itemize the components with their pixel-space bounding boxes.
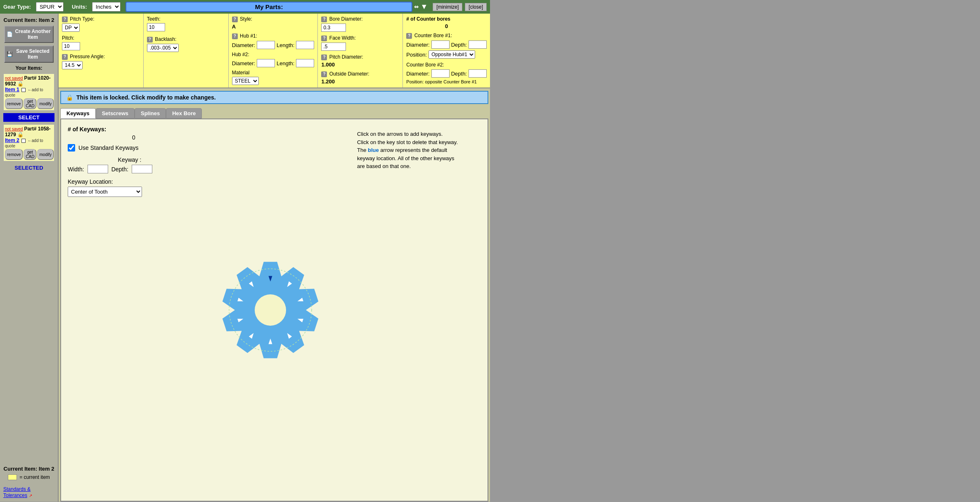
my-parts-dropdown-icon[interactable]: ▼	[420, 2, 428, 11]
tab-splines[interactable]: Splines	[135, 108, 166, 118]
bore-diam-label: ? Bore Diameter:	[321, 16, 399, 22]
cb2-diam-input[interactable]	[431, 69, 450, 78]
my-parts-label: My Parts:	[125, 2, 413, 12]
units-select[interactable]: Inches	[92, 2, 121, 12]
item1-actions: remove get CAD modify	[5, 98, 53, 109]
use-standard-label: Use Standard Keyways	[78, 144, 139, 151]
instructions-panel: Click on the arrows to add keyways. Clic…	[357, 126, 481, 494]
tab-setscrews[interactable]: Setscrews	[96, 108, 135, 118]
item1-select-bar[interactable]: SELECT	[3, 113, 54, 122]
item2-checkbox[interactable]	[21, 139, 26, 143]
style-help-icon[interactable]: ?	[232, 17, 238, 22]
instruction-line1: Click on the arrows to add keyways.	[357, 131, 443, 137]
cb1-pos-row: Position: Opposite Hub#1	[406, 50, 487, 59]
cb1-row: Diameter: Depth:	[406, 40, 487, 49]
create-another-button[interactable]: 📄 Create Another Item	[4, 26, 54, 43]
backlash-help-icon[interactable]: ?	[147, 37, 153, 43]
item1-not-saved: not saved Part# 1020-9932 🔒	[5, 75, 53, 87]
item2-line2: Item 2 ←add to quote	[5, 137, 53, 148]
save-selected-button[interactable]: 💾 Save Selected Item	[4, 45, 54, 63]
tab-keyways[interactable]: Keyways	[60, 108, 96, 118]
counter-bores-label: # of Counter bores	[406, 16, 487, 22]
pitch-diam-help-icon[interactable]: ?	[321, 54, 327, 60]
num-keyways-value: 0	[84, 134, 183, 141]
cb1-pos-select[interactable]: Opposite Hub#1	[428, 50, 475, 59]
item1-lock-icon: 🔒	[17, 81, 24, 87]
depth-label: Depth:	[111, 166, 128, 173]
cb1-depth-input[interactable]	[469, 40, 487, 49]
pressure-angle-select[interactable]: 14.5	[62, 61, 83, 69]
face-width-input[interactable]	[321, 43, 346, 51]
legend-color-swatch	[8, 474, 17, 480]
backlash-select[interactable]: .003-.005	[147, 44, 179, 52]
legend-label: = current item	[19, 474, 50, 480]
my-parts-arrow-icon[interactable]: ⇔	[414, 4, 419, 10]
standards-link[interactable]: Standards & Tolerances	[3, 486, 31, 498]
pressure-angle-label: ? Pressure Angle:	[62, 54, 140, 60]
pitch-type-label: ? Pitch Type:	[62, 16, 140, 22]
instruction-line3pre: The	[357, 147, 368, 153]
close-button[interactable]: [close]	[465, 3, 487, 11]
item1-checkbox[interactable]	[21, 88, 26, 92]
hub1-help-icon[interactable]: ?	[232, 33, 238, 39]
hub2-len-input[interactable]	[296, 59, 314, 67]
tab-hexbore[interactable]: Hex Bore	[166, 108, 202, 118]
content-area: ? Pitch Type: DP Pitch: ? Pressure Angle…	[59, 14, 490, 502]
outside-diam-label: ? Outside Diameter:	[321, 71, 399, 77]
minimize-button[interactable]: [minimize]	[433, 3, 462, 11]
tabs-row: Keyways Setscrews Splines Hex Bore	[60, 108, 488, 118]
item1-modify-button[interactable]: modify	[37, 98, 53, 109]
use-standard-row: Use Standard Keyways	[68, 144, 183, 152]
item2-label[interactable]: Item 2	[5, 137, 19, 143]
item-1-entry: not saved Part# 1020-9932 🔒 Item 1 ←add …	[3, 73, 54, 111]
keyway-location-select[interactable]: Center of Tooth Center of Space	[68, 187, 142, 197]
hub1-diam-input[interactable]	[257, 41, 275, 49]
cb2-depth-input[interactable]	[469, 69, 487, 78]
bore-diam-help-icon[interactable]: ?	[321, 17, 327, 22]
keyway-width-input[interactable]	[88, 165, 108, 173]
hub2-diam-input[interactable]	[257, 59, 275, 67]
outside-diam-value: 1.200	[321, 78, 399, 85]
outside-diam-help-icon[interactable]: ?	[321, 71, 327, 77]
item-2-entry: not saved Part# 1058-1279 🔒 Item 2 ←add …	[3, 124, 54, 161]
num-keyways-label: # of Keyways:	[68, 126, 183, 133]
item2-getcad-button[interactable]: get CAD	[24, 149, 36, 160]
pitch-diam-value: 1.000	[321, 62, 399, 68]
gear-type-select[interactable]: SPUR	[36, 2, 64, 12]
teeth-cell: Teeth: ? Backlash: .003-.005	[144, 14, 229, 88]
item1-label[interactable]: Item 1	[5, 87, 19, 92]
cb2-label: Counter Bore #2:	[406, 62, 487, 68]
sidebar: Current Item: Item 2 📄 Create Another It…	[0, 14, 59, 502]
cb1-label: ? Counter Bore #1:	[406, 33, 487, 39]
item2-not-saved-link[interactable]: not saved	[5, 127, 23, 131]
cb1-help-icon[interactable]: ?	[406, 33, 412, 39]
item1-line2: Item 1 ←add to quote	[5, 87, 53, 97]
teeth-input[interactable]	[147, 23, 165, 31]
gear-type-label: Gear Type:	[3, 4, 31, 10]
face-width-help-icon[interactable]: ?	[321, 36, 327, 41]
item2-modify-button[interactable]: modify	[37, 149, 53, 160]
item1-remove-button[interactable]: remove	[5, 98, 23, 109]
bore-cell: ? Bore Diameter: ? Face Width: ? Pitch D…	[318, 14, 403, 88]
your-items-label: Your Items:	[15, 65, 42, 71]
create-icon: 📄	[7, 31, 13, 37]
keyway-depth-input[interactable]	[132, 165, 152, 173]
use-standard-checkbox[interactable]	[68, 144, 75, 152]
pitch-cell: ? Pitch Type: DP Pitch: ? Pressure Angle…	[59, 14, 144, 88]
pitch-type-select[interactable]: DP	[62, 24, 80, 32]
item1-not-saved-link[interactable]: not saved	[5, 76, 23, 81]
pitch-type-help-icon[interactable]: ?	[62, 17, 68, 22]
instruction-line2: Click on the key slot to delete that key…	[357, 139, 458, 145]
item2-remove-button[interactable]: remove	[5, 149, 23, 160]
pressure-angle-help-icon[interactable]: ?	[62, 54, 68, 60]
width-label: Width:	[68, 166, 84, 173]
item2-lock-icon: 🔒	[17, 132, 24, 137]
counter-bores-cell: # of Counter bores 0 ? Counter Bore #1: …	[403, 14, 490, 88]
pitch-input[interactable]	[62, 42, 80, 50]
instruction-blue-word: blue	[368, 147, 379, 153]
hub1-len-input[interactable]	[296, 41, 314, 49]
cb1-diam-input[interactable]	[431, 40, 450, 49]
item1-getcad-button[interactable]: get CAD	[24, 98, 36, 109]
material-select[interactable]: STEEL	[232, 77, 259, 85]
bore-diam-input[interactable]	[321, 24, 346, 32]
